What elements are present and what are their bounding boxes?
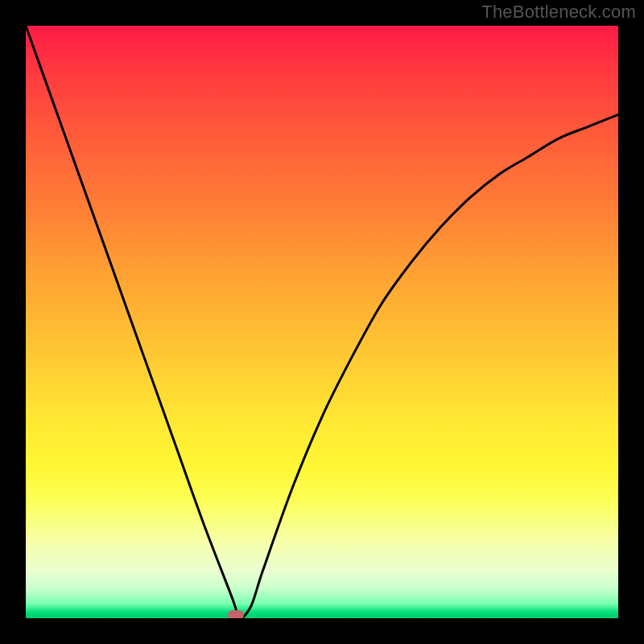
watermark-text: TheBottleneck.com — [481, 2, 636, 23]
bottleneck-curve — [26, 26, 618, 618]
plot-area — [26, 26, 618, 618]
curve-layer — [26, 26, 618, 618]
minimum-marker — [228, 610, 244, 618]
chart-frame: TheBottleneck.com — [0, 0, 644, 644]
